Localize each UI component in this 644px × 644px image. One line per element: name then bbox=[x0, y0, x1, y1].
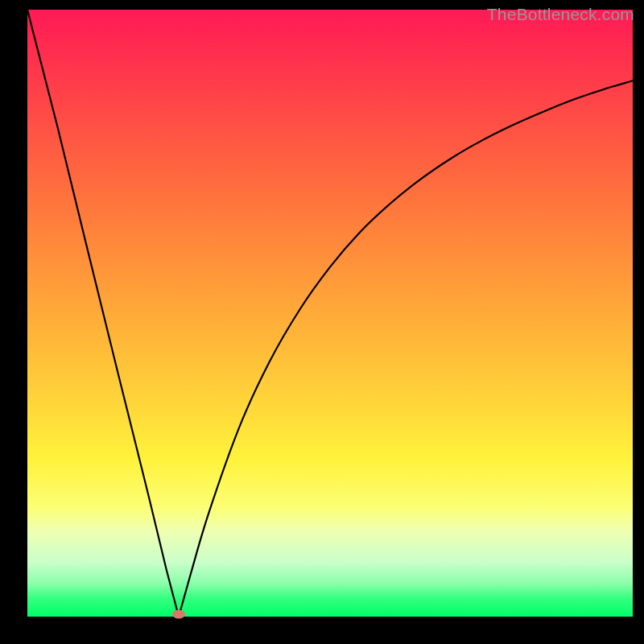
minimum-marker bbox=[172, 610, 185, 619]
curve-layer bbox=[27, 10, 633, 617]
watermark-text: TheBottleneck.com bbox=[487, 5, 634, 24]
chart-frame: TheBottleneck.com bbox=[0, 0, 644, 644]
bottleneck-curve bbox=[27, 10, 633, 617]
plot-area bbox=[27, 10, 633, 617]
